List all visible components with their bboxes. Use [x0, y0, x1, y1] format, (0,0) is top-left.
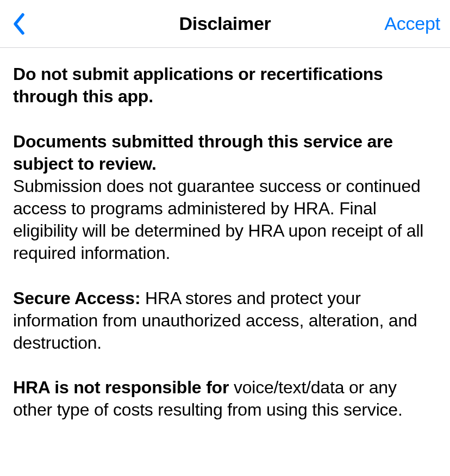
secure-access-heading: Secure Access: [13, 288, 145, 308]
responsibility-paragraph: HRA is not responsible for voice/text/da… [13, 376, 437, 421]
warning-paragraph: Do not submit applications or recertific… [13, 63, 437, 108]
secure-access-paragraph: Secure Access: HRA stores and protect yo… [13, 287, 437, 354]
back-chevron-icon [12, 13, 25, 35]
back-button[interactable] [10, 8, 27, 40]
accept-button[interactable]: Accept [384, 13, 440, 34]
navigation-bar: Disclaimer Accept [0, 0, 450, 48]
review-paragraph: Documents submitted through this service… [13, 131, 437, 264]
responsibility-heading: HRA is not responsible for [13, 378, 234, 397]
page-title: Disclaimer [179, 13, 271, 34]
review-body: Submission does not guarantee success or… [13, 176, 423, 263]
warning-text: Do not submit applications or recertific… [13, 64, 383, 106]
review-heading: Documents submitted through this service… [13, 132, 393, 174]
disclaimer-content: Do not submit applications or recertific… [0, 48, 450, 457]
